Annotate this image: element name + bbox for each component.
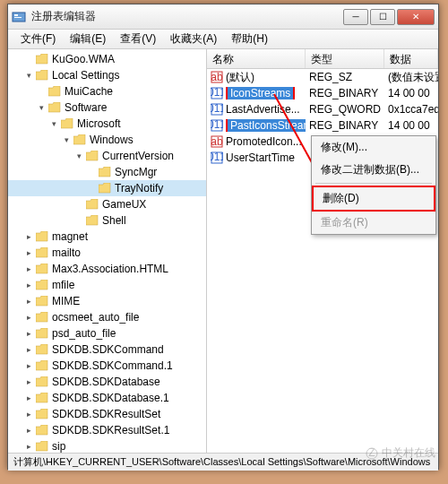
list-row[interactable]: 011PastIconsStreamREG_BINARY14 00 00 <box>207 117 438 134</box>
expand-toggle-icon[interactable] <box>74 200 84 210</box>
expand-toggle-icon[interactable]: ▸ <box>24 426 34 436</box>
tree-node[interactable]: ▸mfile <box>8 277 206 293</box>
expand-toggle-icon[interactable]: ▸ <box>24 329 34 339</box>
tree-node[interactable]: ▾Local Settings <box>8 67 206 83</box>
tree-label: TrayNotify <box>115 182 163 194</box>
minimize-button[interactable]: ─ <box>343 9 368 25</box>
col-header-name[interactable]: 名称 <box>207 49 306 68</box>
tree-node[interactable]: ▾Microsoft <box>8 116 206 132</box>
expand-toggle-icon[interactable]: ▾ <box>74 151 84 161</box>
tree-node[interactable]: ▸ocsmeet_auto_file <box>8 309 206 325</box>
expand-toggle-icon[interactable] <box>24 55 34 65</box>
expand-toggle-icon[interactable]: ▸ <box>24 393 34 403</box>
tree-node[interactable]: ▸sip <box>8 438 206 453</box>
tree-label: SDKDB.SDKDatabase <box>52 376 160 388</box>
value-icon: 011 <box>211 87 223 99</box>
tree-node[interactable]: ▸SDKDB.SDKDatabase.1 <box>8 390 206 406</box>
tree-label: magnet <box>52 230 88 243</box>
ctx-rename[interactable]: 重命名(R) <box>312 212 435 234</box>
tree-node[interactable]: ▸Max3.Association.HTML <box>8 261 206 277</box>
expand-toggle-icon[interactable]: ▸ <box>24 281 34 290</box>
context-menu: 修改(M)... 修改二进制数据(B)... 删除(D) 重命名(R) <box>311 135 436 235</box>
folder-icon <box>36 376 48 387</box>
expand-toggle-icon[interactable]: ▸ <box>24 264 34 274</box>
expand-toggle-icon[interactable] <box>87 184 97 194</box>
tree-node[interactable]: GameUX <box>8 196 206 212</box>
expand-toggle-icon[interactable]: ▸ <box>24 232 34 242</box>
expand-toggle-icon[interactable] <box>37 87 47 97</box>
value-name: UserStartTime <box>226 151 295 164</box>
folder-icon <box>61 118 73 129</box>
expand-toggle-icon[interactable]: ▾ <box>24 71 34 81</box>
value-type: REG_SZ <box>306 71 384 83</box>
tree-node[interactable]: ▾Windows <box>8 132 206 148</box>
tree-node[interactable]: ▸SDKDB.SDKDatabase <box>8 374 206 390</box>
expand-toggle-icon[interactable] <box>87 168 97 177</box>
tree-node[interactable]: ▾Software <box>8 99 206 116</box>
maximize-button[interactable]: ☐ <box>370 9 395 25</box>
expand-toggle-icon[interactable]: ▸ <box>24 410 34 419</box>
expand-toggle-icon[interactable]: ▾ <box>37 103 47 113</box>
list-row[interactable]: 011IconStreamsREG_BINARY14 00 00 <box>207 85 438 101</box>
tree-node[interactable]: ▸SDKDB.SDKCommand.1 <box>8 358 206 374</box>
expand-toggle-icon[interactable]: ▸ <box>24 442 34 452</box>
content-area: KuGoo.WMA▾Local SettingsMuiCache▾Softwar… <box>8 49 438 453</box>
menu-file[interactable]: 文件(F) <box>13 30 63 48</box>
col-header-data[interactable]: 数据 <box>384 49 438 68</box>
tree-node[interactable]: ▸SDKDB.SDKCommand <box>8 341 206 358</box>
ctx-modify-binary[interactable]: 修改二进制数据(B)... <box>312 159 435 181</box>
menu-edit[interactable]: 编辑(E) <box>63 30 113 48</box>
folder-icon <box>73 134 86 145</box>
tree-node[interactable]: ▸psd_auto_file <box>8 325 206 341</box>
expand-toggle-icon[interactable]: ▸ <box>24 297 34 307</box>
expand-toggle-icon[interactable]: ▸ <box>24 345 34 355</box>
tree-node[interactable]: TrayNotify <box>8 180 206 196</box>
ctx-delete[interactable]: 删除(D) <box>312 186 435 212</box>
menu-view[interactable]: 查看(V) <box>113 30 163 48</box>
folder-icon <box>36 296 48 307</box>
tree-node[interactable]: ▸magnet <box>8 229 206 245</box>
regedit-window: 注册表编辑器 ─ ☐ ✕ 文件(F) 编辑(E) 查看(V) 收藏夹(A) 帮助… <box>7 4 439 470</box>
expand-toggle-icon[interactable]: ▾ <box>62 135 72 145</box>
col-header-type[interactable]: 类型 <box>306 49 384 68</box>
ctx-modify[interactable]: 修改(M)... <box>312 136 435 159</box>
expand-toggle-icon[interactable]: ▸ <box>24 313 34 323</box>
expand-toggle-icon[interactable]: ▸ <box>24 377 34 387</box>
title-bar[interactable]: 注册表编辑器 ─ ☐ ✕ <box>8 4 438 30</box>
folder-icon <box>36 393 48 403</box>
expand-toggle-icon[interactable]: ▸ <box>24 361 34 371</box>
expand-toggle-icon[interactable]: ▸ <box>24 248 34 258</box>
tree-node[interactable]: ▾CurrentVersion <box>8 148 206 164</box>
tree-label: MIME <box>52 295 80 307</box>
tree-label: mfile <box>52 279 74 291</box>
expand-toggle-icon[interactable] <box>74 216 84 226</box>
tree-node[interactable]: ▸SDKDB.SDKResultSet.1 <box>8 422 206 438</box>
tree-node[interactable]: ▸MIME <box>8 293 206 309</box>
folder-icon <box>36 280 48 290</box>
tree-label: mailto <box>52 246 81 259</box>
list-row[interactable]: ab(默认)REG_SZ(数值未设置 <box>207 69 438 85</box>
menu-help[interactable]: 帮助(H) <box>224 30 275 48</box>
folder-icon <box>36 312 48 323</box>
folder-icon <box>86 199 99 210</box>
window-controls: ─ ☐ ✕ <box>343 9 435 25</box>
svg-rect-1 <box>14 14 18 16</box>
tree-node[interactable]: MuiCache <box>8 83 206 99</box>
tree-panel[interactable]: KuGoo.WMA▾Local SettingsMuiCache▾Softwar… <box>8 49 207 453</box>
tree-node[interactable]: KuGoo.WMA <box>8 51 206 67</box>
list-header: 名称 类型 数据 <box>207 49 438 69</box>
tree-node[interactable]: SyncMgr <box>8 164 206 180</box>
tree-node[interactable]: ▸mailto <box>8 245 206 261</box>
menu-favorites[interactable]: 收藏夹(A) <box>163 30 224 48</box>
tree-node[interactable]: ▸SDKDB.SDKResultSet <box>8 406 206 422</box>
expand-toggle-icon[interactable]: ▾ <box>49 119 59 129</box>
svg-text:Z: Z <box>368 447 375 459</box>
list-row[interactable]: 011LastAdvertise...REG_QWORD0x1cca7ed <box>207 101 438 117</box>
folder-icon <box>86 215 99 226</box>
close-button[interactable]: ✕ <box>397 9 435 25</box>
value-name: (默认) <box>226 70 254 85</box>
value-icon: 011 <box>211 151 223 164</box>
tree-node[interactable]: Shell <box>8 212 206 229</box>
value-icon: ab <box>211 71 223 83</box>
tree-label: SDKDB.SDKCommand.1 <box>52 359 173 372</box>
